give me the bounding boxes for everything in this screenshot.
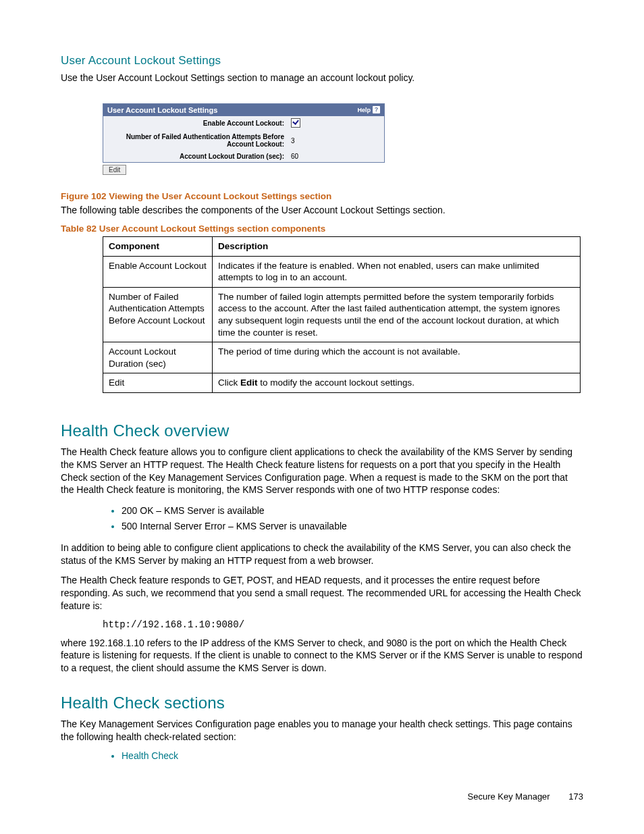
settings-panel-figure: User Account Lockout Settings Help ? Ena… [103, 103, 385, 176]
label-duration: Account Lockout Duration (sec): [109, 153, 284, 161]
panel-title-text: User Account Lockout Settings [107, 106, 217, 114]
edit-button[interactable]: Edit [103, 165, 126, 175]
footer-title: Secure Key Manager [468, 791, 550, 802]
list-item: 500 Internal Server Error – KMS Server i… [122, 519, 583, 533]
health-check-link[interactable]: Health Check [122, 750, 178, 761]
page-footer: Secure Key Manager 173 [468, 791, 583, 802]
list-item: Health Check [122, 750, 583, 761]
settings-panel: User Account Lockout Settings Help ? Ena… [103, 103, 385, 163]
table-caption: Table 82 User Account Lockout Settings s… [61, 224, 583, 234]
intro-paragraph: Use the User Account Lockout Settings se… [61, 72, 583, 84]
hco-p1: The Health Check feature allows you to c… [61, 446, 583, 497]
th-component: Component [103, 237, 213, 257]
hco-p4: where 192.168.1.10 refers to the IP addr… [61, 637, 583, 675]
text: Click [218, 377, 240, 388]
hco-p2: In addition to being able to configure c… [61, 542, 583, 567]
row-enable: Enable Account Lockout: [103, 116, 384, 131]
cell-description: The period of time during which the acco… [213, 342, 581, 373]
value-duration: 60 [291, 153, 379, 160]
response-code-list: 200 OK – KMS Server is available 500 Int… [103, 503, 583, 533]
table-intro: The following table describes the compon… [61, 204, 583, 217]
cell-component: Account Lockout Duration (sec) [103, 342, 213, 373]
figure-caption: Figure 102 Viewing the User Account Lock… [61, 191, 583, 201]
text: to modify the account lockout settings. [258, 377, 415, 388]
section-link-list: Health Check [103, 750, 583, 761]
row-duration: Account Lockout Duration (sec): 60 [103, 151, 384, 163]
h2-health-check-sections: Health Check sections [61, 694, 583, 712]
h3-user-account-lockout: User Account Lockout Settings [61, 54, 583, 68]
components-table: Component Description Enable Account Loc… [103, 236, 581, 392]
th-description: Description [213, 237, 581, 257]
hcs-p1: The Key Management Services Configuratio… [61, 718, 583, 744]
table-header-row: Component Description [103, 237, 581, 257]
cell-description: The number of failed login attempts perm… [213, 287, 581, 342]
label-enable: Enable Account Lockout: [109, 120, 284, 128]
help-link[interactable]: Help ? [357, 106, 380, 113]
table-row: Account Lockout Duration (sec) The perio… [103, 342, 581, 373]
label-attempts: Number of Failed Authentication Attempts… [109, 133, 284, 149]
table-row: Number of Failed Authentication Attempts… [103, 287, 581, 342]
help-label: Help [357, 107, 371, 113]
row-attempts: Number of Failed Authentication Attempts… [103, 131, 384, 151]
hco-p3: The Health Check feature responds to GET… [61, 574, 583, 613]
cell-description: Click Edit to modify the account lockout… [213, 373, 581, 393]
cell-description: Indicates if the feature is enabled. Whe… [213, 256, 581, 287]
checkbox-enable[interactable] [291, 118, 300, 128]
page-number: 173 [568, 791, 583, 802]
cell-component: Number of Failed Authentication Attempts… [103, 287, 213, 342]
page: User Account Lockout Settings Use the Us… [0, 0, 644, 834]
cell-component: Enable Account Lockout [103, 256, 213, 287]
cell-component: Edit [103, 373, 213, 393]
health-check-url: http://192.168.1.10:9080/ [103, 619, 583, 630]
help-icon: ? [373, 106, 380, 113]
panel-titlebar: User Account Lockout Settings Help ? [103, 104, 384, 116]
table-row: Enable Account Lockout Indicates if the … [103, 256, 581, 287]
h2-health-check-overview: Health Check overview [61, 421, 583, 440]
list-item: 200 OK – KMS Server is available [122, 503, 583, 518]
panel-body: Enable Account Lockout: Number of Failed… [103, 116, 384, 163]
value-attempts: 3 [291, 137, 379, 145]
bold-text: Edit [240, 377, 258, 388]
table-row: Edit Click Edit to modify the account lo… [103, 373, 581, 393]
